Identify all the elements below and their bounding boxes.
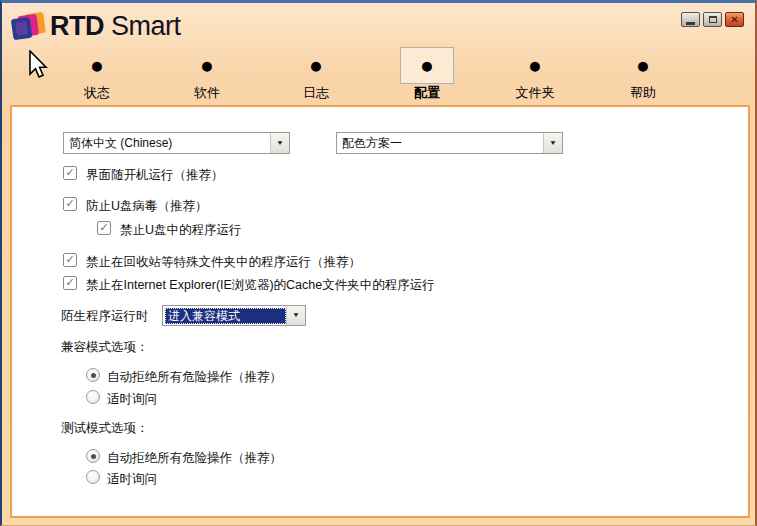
stranger-run-label: 陌生程序运行时	[61, 308, 149, 325]
maximize-icon	[709, 16, 717, 23]
minimize-icon	[686, 22, 695, 25]
close-button[interactable]: ✕	[725, 12, 744, 27]
language-select[interactable]: 简体中文 (Chinese) ▼	[63, 132, 290, 154]
test-options-title: 测试模式选项：	[61, 420, 149, 437]
chevron-down-icon: ▼	[276, 139, 284, 146]
tab-label-folders: 文件夹	[490, 84, 580, 102]
checkmark-icon: ✓	[65, 167, 74, 178]
checkmark-icon: ✓	[65, 198, 74, 209]
stranger-run-select-value: 进入兼容模式	[165, 308, 286, 324]
checkbox-run-on-boot[interactable]: ✓	[63, 166, 77, 180]
tab-label-log: 日志	[271, 84, 361, 102]
folders-dot-icon: ●	[490, 47, 580, 83]
checkbox-usb-virus-label[interactable]: 防止U盘病毒（推荐）	[86, 198, 208, 215]
checkbox-block-usb-programs-label[interactable]: 禁止U盘中的程序运行	[120, 222, 242, 239]
stranger-run-select[interactable]: 进入兼容模式 ▼	[162, 305, 306, 326]
config-dot-icon: ●	[382, 47, 472, 83]
app-title: RTD Smart	[50, 11, 181, 42]
tab-label-config: 配置	[382, 84, 472, 102]
tab-label-software: 软件	[162, 84, 252, 102]
color-scheme-select-value: 配色方案一	[337, 135, 543, 152]
checkmark-icon: ✓	[99, 222, 108, 233]
help-dot-icon: ●	[598, 47, 688, 83]
tab-log[interactable]: ● 日志	[271, 47, 361, 101]
log-dot-icon: ●	[271, 47, 361, 83]
app-title-brand: RTD	[50, 11, 104, 41]
tab-status[interactable]: ● 状态	[52, 47, 142, 101]
app-window: RTD Smart ✕ ● 状态 ● 软件 ● 日志 ● 配置 ● 文件夹 ● …	[0, 0, 757, 526]
radio-compat-auto-reject[interactable]	[86, 368, 100, 382]
maximize-button[interactable]	[703, 12, 722, 27]
chevron-down-icon: ▼	[549, 139, 557, 146]
tab-label-status: 状态	[52, 84, 142, 102]
checkmark-icon: ✓	[65, 277, 74, 288]
radio-compat-ask[interactable]	[86, 390, 100, 404]
checkbox-block-ie-cache-label[interactable]: 禁止在Internet Explorer(IE浏览器)的Cache文件夹中的程序…	[86, 277, 435, 294]
status-dot-icon: ●	[52, 47, 142, 83]
radio-test-auto-reject[interactable]	[86, 449, 100, 463]
close-icon: ✕	[730, 15, 738, 25]
radio-compat-auto-reject-label[interactable]: 自动拒绝所有危险操作（推荐）	[107, 369, 282, 386]
checkbox-block-recycle-bin-label[interactable]: 禁止在回收站等特殊文件夹中的程序运行（推荐）	[86, 254, 361, 271]
checkbox-block-usb-programs[interactable]: ✓	[97, 221, 111, 235]
checkbox-run-on-boot-label[interactable]: 界面随开机运行（推荐）	[86, 167, 224, 184]
chevron-down-icon: ▼	[292, 312, 300, 319]
tab-config[interactable]: ● 配置	[382, 47, 472, 101]
window-controls: ✕	[681, 12, 744, 27]
tab-help[interactable]: ● 帮助	[598, 47, 688, 101]
radio-compat-ask-label[interactable]: 适时询问	[107, 391, 157, 408]
language-select-arrow[interactable]: ▼	[270, 133, 289, 153]
checkbox-block-ie-cache[interactable]: ✓	[63, 276, 77, 290]
tab-folders[interactable]: ● 文件夹	[490, 47, 580, 101]
tab-software[interactable]: ● 软件	[162, 47, 252, 101]
software-dot-icon: ●	[162, 47, 252, 83]
stranger-run-select-arrow[interactable]: ▼	[286, 306, 305, 325]
language-select-value: 简体中文 (Chinese)	[64, 135, 270, 152]
color-scheme-select-arrow[interactable]: ▼	[543, 133, 562, 153]
checkbox-block-recycle-bin[interactable]: ✓	[63, 253, 77, 267]
minimize-button[interactable]	[681, 12, 700, 27]
color-scheme-select[interactable]: 配色方案一 ▼	[336, 132, 563, 154]
tab-label-help: 帮助	[598, 84, 688, 102]
checkbox-usb-virus[interactable]: ✓	[63, 197, 77, 211]
app-title-product: Smart	[111, 11, 181, 41]
radio-test-ask-label[interactable]: 适时询问	[107, 471, 157, 488]
radio-test-auto-reject-label[interactable]: 自动拒绝所有危险操作（推荐）	[107, 450, 282, 467]
compat-options-title: 兼容模式选项：	[61, 339, 149, 356]
app-logo-icon	[11, 9, 47, 45]
radio-test-ask[interactable]	[86, 470, 100, 484]
mouse-cursor	[28, 50, 50, 82]
checkmark-icon: ✓	[65, 254, 74, 265]
